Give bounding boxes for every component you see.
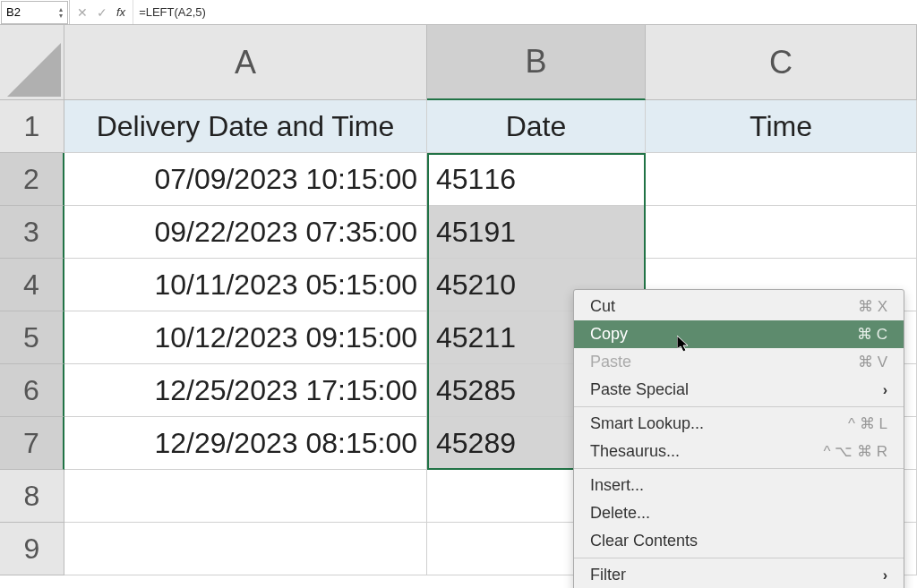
menu-item-insert[interactable]: Insert...: [574, 472, 904, 499]
menu-shortcut: ^ ⌥ ⌘ R: [824, 442, 887, 461]
cell-B1[interactable]: Date: [427, 100, 646, 153]
select-all-corner[interactable]: [0, 25, 64, 100]
cell-A5[interactable]: 10/12/2023 09:15:00: [64, 311, 427, 364]
row-header-4[interactable]: 4: [0, 259, 64, 311]
menu-shortcut: ⌘ X: [858, 297, 887, 316]
formula-bar: B2 ▴ ▾ ✕ ✓ fx =LEFT(A2,5): [0, 0, 917, 25]
context-menu: Cut ⌘ X Copy ⌘ C Paste ⌘ V Paste Special…: [573, 289, 904, 588]
fx-icon[interactable]: fx: [116, 5, 125, 19]
col-header-C[interactable]: C: [646, 25, 917, 100]
row-header-8[interactable]: 8: [0, 470, 64, 523]
cell-A7[interactable]: 12/29/2023 08:15:00: [64, 417, 427, 470]
cell-C3[interactable]: [646, 206, 917, 259]
menu-item-cut[interactable]: Cut ⌘ X: [574, 293, 904, 320]
cell-A8[interactable]: [64, 470, 427, 523]
col-header-B[interactable]: B: [427, 25, 646, 100]
row-headers: 1 2 3 4 5 6 7 8 9: [0, 100, 64, 575]
cell-A3[interactable]: 09/22/2023 07:35:00: [64, 206, 427, 259]
row-header-2[interactable]: 2: [0, 153, 64, 206]
menu-label: Thesaurus...: [590, 442, 680, 461]
menu-label: Clear Contents: [590, 532, 698, 550]
name-box[interactable]: B2 ▴ ▾: [1, 1, 68, 24]
menu-label: Insert...: [590, 476, 644, 495]
menu-item-thesaurus[interactable]: Thesaurus... ^ ⌥ ⌘ R: [574, 438, 904, 465]
cell-A4[interactable]: 10/11/2023 05:15:00: [64, 259, 427, 311]
row-header-5[interactable]: 5: [0, 311, 64, 364]
menu-item-paste-special[interactable]: Paste Special ›: [574, 376, 904, 404]
row-header-7[interactable]: 7: [0, 417, 64, 470]
cell-A6[interactable]: 12/25/2023 17:15:00: [64, 364, 427, 417]
chevron-right-icon: ›: [883, 567, 887, 584]
menu-item-delete[interactable]: Delete...: [574, 499, 904, 527]
menu-divider: [574, 558, 904, 558]
cancel-icon[interactable]: ✕: [77, 5, 88, 20]
menu-label: Filter: [590, 566, 626, 584]
menu-item-copy[interactable]: Copy ⌘ C: [574, 320, 904, 348]
cell-A2[interactable]: 07/09/2023 10:15:00: [64, 153, 427, 206]
confirm-icon[interactable]: ✓: [97, 5, 107, 20]
menu-divider: [574, 468, 904, 469]
cell-B2[interactable]: 45116: [427, 153, 646, 206]
row-header-1[interactable]: 1: [0, 100, 64, 153]
menu-label: Paste: [590, 353, 631, 371]
cell-C2[interactable]: [646, 153, 917, 206]
menu-shortcut: ^ ⌘ L: [848, 414, 887, 433]
menu-label: Delete...: [590, 504, 650, 523]
menu-shortcut: ⌘ V: [858, 353, 887, 371]
menu-label: Paste Special: [590, 380, 689, 399]
formula-input[interactable]: =LEFT(A2,5): [133, 0, 917, 24]
table-row: Delivery Date and Time Date Time: [64, 100, 917, 153]
table-row: 09/22/2023 07:35:00 45191: [64, 206, 917, 259]
cell-C1[interactable]: Time: [646, 100, 917, 153]
row-header-6[interactable]: 6: [0, 364, 64, 417]
formula-text: =LEFT(A2,5): [139, 5, 206, 19]
column-headers: A B C: [64, 25, 917, 100]
row-header-9[interactable]: 9: [0, 523, 64, 575]
menu-label: Smart Lookup...: [590, 414, 704, 433]
table-row: 07/09/2023 10:15:00 45116: [64, 153, 917, 206]
cell-A1[interactable]: Delivery Date and Time: [64, 100, 427, 153]
menu-label: Copy: [590, 325, 628, 344]
cell-B3[interactable]: 45191: [427, 206, 646, 259]
menu-label: Cut: [590, 297, 615, 316]
formula-buttons: ✕ ✓ fx: [70, 5, 133, 20]
col-header-A[interactable]: A: [64, 25, 427, 100]
menu-item-clear-contents[interactable]: Clear Contents: [574, 527, 904, 555]
menu-item-paste[interactable]: Paste ⌘ V: [574, 348, 904, 376]
chevron-right-icon: ›: [883, 382, 887, 398]
row-header-3[interactable]: 3: [0, 206, 64, 259]
menu-item-filter[interactable]: Filter ›: [574, 561, 904, 588]
name-box-cell-ref: B2: [6, 5, 59, 19]
menu-item-smart-lookup[interactable]: Smart Lookup... ^ ⌘ L: [574, 410, 904, 438]
menu-shortcut: ⌘ C: [857, 325, 887, 344]
name-box-stepper[interactable]: ▴ ▾: [59, 6, 63, 19]
menu-divider: [574, 406, 904, 407]
cell-A9[interactable]: [64, 523, 427, 575]
